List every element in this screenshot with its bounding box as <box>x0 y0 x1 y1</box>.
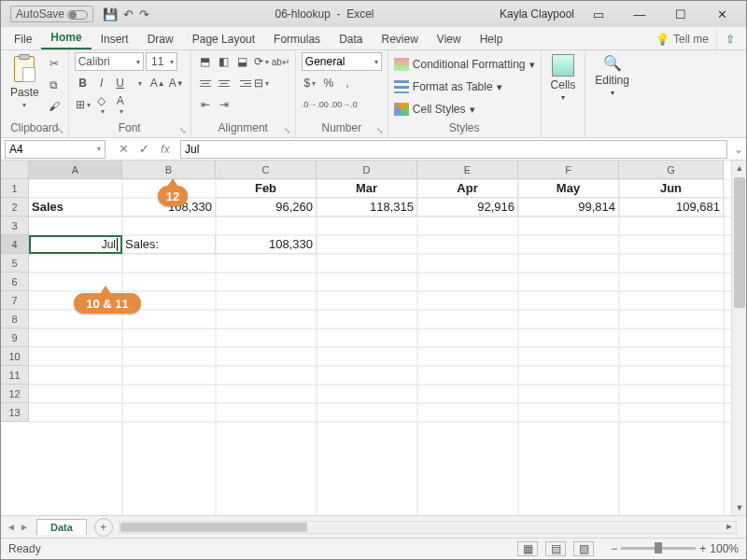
tab-view[interactable]: View <box>428 29 471 49</box>
user-name[interactable]: Kayla Claypool <box>500 7 574 21</box>
number-launcher-icon[interactable]: ⤡ <box>376 126 384 135</box>
underline-button[interactable]: U <box>112 74 129 92</box>
tab-file[interactable]: File <box>5 29 41 49</box>
ribbon-options-icon[interactable]: ▭ <box>578 1 619 27</box>
redo-icon[interactable]: ↷ <box>139 7 149 21</box>
number-format-select[interactable]: General <box>302 52 382 71</box>
zoom-in-button[interactable]: + <box>699 542 706 555</box>
fill-color-button[interactable]: ◇ <box>93 95 110 114</box>
row-header[interactable]: 11 <box>1 366 29 385</box>
row-header[interactable]: 5 <box>1 254 29 273</box>
normal-view-button[interactable]: ▦ <box>517 541 538 556</box>
undo-icon[interactable]: ↶ <box>123 7 134 21</box>
tab-draw[interactable]: Draw <box>138 29 183 49</box>
select-all-corner[interactable] <box>1 161 29 179</box>
row-header[interactable]: 12 <box>1 385 29 403</box>
cell[interactable]: 92,916 <box>417 198 518 217</box>
paste-button[interactable]: Paste ▾ <box>7 52 43 111</box>
row-header[interactable]: 3 <box>1 217 29 235</box>
col-header-C[interactable]: C <box>216 161 317 179</box>
orientation-button[interactable]: ⟳ <box>253 52 270 71</box>
vertical-scrollbar[interactable]: ▲ ▼ <box>731 161 746 515</box>
scroll-down-icon[interactable]: ▼ <box>732 500 746 515</box>
tell-me-search[interactable]: 💡Tell me <box>648 29 716 49</box>
align-left-button[interactable] <box>197 74 214 92</box>
cell[interactable]: Mar <box>317 179 417 198</box>
align-right-button[interactable] <box>234 74 251 92</box>
cell-styles-button[interactable]: Cell Styles ▾ <box>394 100 475 119</box>
editing-button[interactable]: 🔍Editing▾ <box>591 52 633 99</box>
align-middle-button[interactable]: ◧ <box>216 52 233 71</box>
format-as-table-button[interactable]: Format as Table ▾ <box>394 77 502 96</box>
increase-indent-button[interactable]: ⇥ <box>216 95 233 114</box>
tab-data[interactable]: Data <box>330 29 372 49</box>
tab-formulas[interactable]: Formulas <box>264 29 330 49</box>
autosave-toggle[interactable]: AutoSave <box>10 6 93 22</box>
align-center-button[interactable] <box>216 74 233 92</box>
align-bottom-button[interactable]: ⬓ <box>234 52 251 71</box>
scroll-thumb[interactable] <box>734 177 745 308</box>
name-box[interactable]: A4▾ <box>5 140 106 159</box>
save-icon[interactable]: 💾 <box>103 7 118 21</box>
cell[interactable]: 118,315 <box>317 198 417 217</box>
cancel-edit-icon[interactable]: ✕ <box>113 142 134 156</box>
tab-page-layout[interactable]: Page Layout <box>183 29 264 49</box>
decrease-decimal-button[interactable]: .00→.0 <box>331 95 358 114</box>
grow-font-button[interactable]: A▲ <box>149 74 166 92</box>
horizontal-scrollbar[interactable]: ◄ ► <box>119 521 737 534</box>
format-painter-icon[interactable]: 🖌 <box>46 97 63 116</box>
wrap-text-button[interactable]: ab↵ <box>272 52 289 71</box>
col-header-D[interactable]: D <box>317 161 417 179</box>
font-color-button[interactable]: A <box>112 95 129 114</box>
shrink-font-button[interactable]: A▼ <box>168 74 185 92</box>
minimize-button[interactable]: — <box>619 1 660 27</box>
col-header-E[interactable]: E <box>417 161 518 179</box>
align-top-button[interactable]: ⬒ <box>197 52 214 71</box>
cell[interactable]: Jun <box>619 179 724 198</box>
close-button[interactable]: ✕ <box>701 1 742 27</box>
formula-input[interactable]: Jul <box>180 140 727 159</box>
tab-help[interactable]: Help <box>471 29 513 49</box>
row-header[interactable]: 4 <box>1 235 29 254</box>
sheet-nav-prev-icon[interactable]: ◄ <box>5 522 18 532</box>
col-header-G[interactable]: G <box>619 161 724 179</box>
tab-home[interactable]: Home <box>41 27 91 49</box>
cell[interactable]: 109,681 <box>619 198 724 217</box>
bold-button[interactable]: B <box>75 74 92 92</box>
zoom-slider[interactable]: − + 100% <box>611 542 739 555</box>
page-layout-view-button[interactable]: ▤ <box>545 541 566 556</box>
col-header-B[interactable]: B <box>122 161 216 179</box>
increase-decimal-button[interactable]: .0→.00 <box>302 95 329 114</box>
share-button[interactable]: ⇧ <box>716 29 742 49</box>
conditional-formatting-button[interactable]: Conditional Formatting ▾ <box>394 55 535 74</box>
zoom-level[interactable]: 100% <box>710 542 739 555</box>
font-name-select[interactable]: Calibri <box>75 52 144 71</box>
accounting-button[interactable]: $ <box>302 74 318 92</box>
cells-button[interactable]: Cells▾ <box>547 52 580 104</box>
row-header[interactable]: 8 <box>1 310 29 329</box>
comma-button[interactable]: , <box>339 74 356 92</box>
row-header[interactable]: 9 <box>1 329 29 347</box>
sheet-nav-next-icon[interactable]: ► <box>18 522 31 532</box>
row-header[interactable]: 13 <box>1 403 29 422</box>
italic-button[interactable]: I <box>93 74 110 92</box>
borders-button[interactable]: ⊞ <box>75 95 92 114</box>
font-size-select[interactable]: 11 <box>146 52 177 71</box>
scroll-right-icon[interactable]: ► <box>723 522 736 531</box>
alignment-launcher-icon[interactable]: ⤡ <box>284 126 291 135</box>
active-cell[interactable]: Jul <box>29 235 122 254</box>
row-header[interactable]: 7 <box>1 291 29 310</box>
cell[interactable]: 96,260 <box>216 198 317 217</box>
new-sheet-button[interactable]: + <box>94 518 113 537</box>
font-launcher-icon[interactable]: ⤡ <box>179 126 187 135</box>
row-header[interactable]: 2 <box>1 198 29 217</box>
cell[interactable]: May <box>518 179 619 198</box>
sheet-tab[interactable]: Data <box>36 519 87 535</box>
cut-icon[interactable]: ✂ <box>46 54 63 73</box>
expand-formula-bar-icon[interactable]: ⌄ <box>731 143 746 156</box>
row-header[interactable]: 6 <box>1 273 29 291</box>
copy-icon[interactable]: ⧉ <box>46 76 63 94</box>
clipboard-launcher-icon[interactable]: ⤡ <box>57 126 64 135</box>
row-header[interactable]: 1 <box>1 179 29 198</box>
insert-function-icon[interactable]: fx <box>154 143 176 156</box>
